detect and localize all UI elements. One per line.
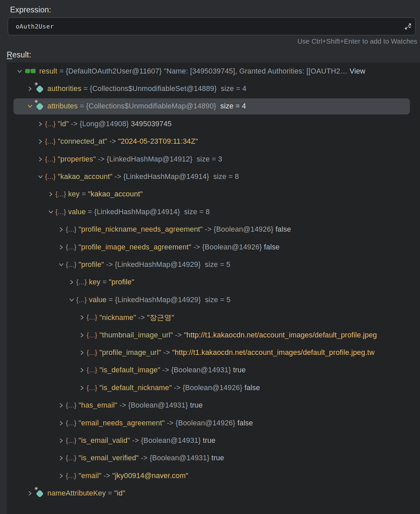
tree-row[interactable]: ✳nameAttributeKey = "id": [7, 484, 420, 502]
chevron-down-icon[interactable]: [26, 102, 34, 110]
tree-row[interactable]: {…}"email_needs_agreement" -> {Boolean@1…: [7, 414, 420, 432]
tree-row-text: value = {LinkedHashMap@14914} size = 8: [68, 208, 210, 216]
tree-row-text: "has_email" -> {Boolean@14931} true: [79, 401, 203, 410]
tree-row[interactable]: ✳authorities = {Collections$Unmodifiable…: [7, 80, 420, 97]
tree-row-text: "is_default_nickname" -> {Boolean@14926}…: [99, 384, 260, 392]
chevron-right-icon[interactable]: [78, 384, 86, 392]
braces-map-entry-icon: {…}: [76, 278, 86, 286]
watches-hint: Use Ctrl+Shift+Enter to add to Watches: [297, 38, 417, 45]
tree-row[interactable]: {…}"nickname" -> "장근영": [7, 309, 420, 326]
tree-row-text: "email_needs_agreement" -> {Boolean@1492…: [79, 419, 253, 427]
chevron-down-icon[interactable]: [57, 261, 65, 269]
chevron-right-icon[interactable]: [57, 226, 65, 234]
braces-map-entry-icon: {…}: [45, 120, 55, 128]
braces-map-entry-icon: {…}: [66, 243, 76, 251]
braces-map-entry-icon: {…}: [87, 384, 97, 392]
tree-row-text: "profile_nickname_needs_agreement" -> {B…: [79, 225, 291, 234]
braces-map-entry-icon: {…}: [66, 454, 76, 462]
tree-row[interactable]: {…}"is_default_nickname" -> {Boolean@149…: [7, 379, 420, 396]
braces-map-entry-icon: {…}: [45, 138, 55, 145]
chevron-down-icon[interactable]: [36, 173, 44, 181]
tree-row-text: attributes = {Collections$UnmodifiableMa…: [47, 102, 246, 110]
teal-tag-field-icon: ✳: [35, 84, 45, 94]
tree-row-text: key = "profile": [89, 278, 134, 286]
tree-row[interactable]: {…}"properties" -> {LinkedHashMap@14912}…: [7, 150, 420, 168]
tree-row-text: result = {DefaultOAuth2User@11607} "Name…: [39, 67, 365, 76]
braces-map-entry-icon: {…}: [66, 261, 76, 269]
chevron-right-icon[interactable]: [26, 85, 34, 93]
tree-row[interactable]: {…}"kakao_account" -> {LinkedHashMap@149…: [7, 168, 420, 185]
chevron-right-icon[interactable]: [47, 190, 55, 198]
chevron-right-icon[interactable]: [78, 314, 86, 322]
chevron-right-icon[interactable]: [36, 138, 44, 146]
chevron-right-icon[interactable]: [57, 436, 65, 445]
tree-row[interactable]: {…}"id" -> {Long@14908} 3495039745: [7, 115, 420, 133]
tree-row[interactable]: {…}"is_email_valid" -> {Boolean@14931} t…: [7, 432, 420, 449]
braces-map-entry-icon: {…}: [45, 173, 55, 181]
tree-row[interactable]: {…}"profile_image_url" -> "http://t1.kak…: [7, 344, 420, 361]
tree-row[interactable]: result = {DefaultOAuth2User@11607} "Name…: [7, 62, 420, 80]
result-label: Result:: [7, 50, 31, 59]
braces-map-entry-icon: {…}: [45, 155, 55, 163]
expression-input[interactable]: [8, 23, 401, 30]
braces-map-entry-icon: {…}: [66, 419, 76, 427]
chevron-right-icon[interactable]: [36, 120, 44, 128]
expand-editor-icon[interactable]: [401, 18, 415, 35]
tree-row[interactable]: {…}key = "kakao_account": [7, 186, 420, 203]
braces-map-entry-icon: {…}: [76, 296, 86, 304]
tree-row-text: "profile_image_needs_agreement" -> {Bool…: [79, 243, 280, 251]
expression-input-box: [8, 17, 416, 35]
chevron-right-icon[interactable]: [78, 348, 86, 357]
braces-map-entry-icon: {…}: [87, 349, 97, 357]
tree-row-text: nameAttributeKey = "id": [47, 489, 125, 498]
chevron-right-icon[interactable]: [78, 366, 86, 374]
tree-row-text: "properties" -> {LinkedHashMap@14912} si…: [58, 155, 222, 163]
tree-row-text: key = "kakao_account": [68, 190, 143, 198]
tree-row[interactable]: {…}"thumbnail_image_url" -> "http://t1.k…: [7, 326, 420, 344]
result-tree: result = {DefaultOAuth2User@11607} "Name…: [7, 62, 420, 514]
tree-row[interactable]: {…}key = "profile": [7, 274, 420, 291]
tree-row-text: "email" -> "jky00914@naver.com": [79, 472, 188, 480]
tree-row-text: "profile" -> {LinkedHashMap@14929} size …: [79, 261, 230, 269]
braces-map-entry-icon: {…}: [66, 226, 76, 233]
tree-row[interactable]: ✳attributes = {Collections$UnmodifiableM…: [7, 98, 420, 115]
tree-row-text: "is_email_verified" -> {Boolean@14931} t…: [79, 454, 224, 462]
tree-row-text: "nickname" -> "장근영": [99, 313, 174, 322]
braces-map-entry-icon: {…}: [66, 402, 76, 409]
tree-row[interactable]: {…}value = {LinkedHashMap@14914} size = …: [7, 203, 420, 221]
tree-row[interactable]: {…}"connected_at" -> "2024-05-23T09:11:3…: [7, 133, 420, 150]
tree-row-text: authorities = {Collections$UnmodifiableS…: [47, 85, 246, 93]
view-link[interactable]: View: [349, 67, 365, 75]
tree-row-text: "id" -> {Long@14908} 3495039745: [58, 120, 172, 128]
braces-map-entry-icon: {…}: [87, 331, 97, 339]
tree-row[interactable]: {…}"is_default_image" -> {Boolean@14931}…: [7, 362, 420, 379]
chevron-right-icon[interactable]: [57, 454, 65, 462]
green-glasses-watch-icon: [24, 67, 37, 75]
tree-row-text: "kakao_account" -> {LinkedHashMap@14914}…: [58, 173, 239, 181]
tree-row[interactable]: {…}"profile_image_needs_agreement" -> {B…: [7, 238, 420, 256]
chevron-down-icon[interactable]: [15, 67, 24, 75]
tree-row[interactable]: {…}value = {LinkedHashMap@14929} size = …: [7, 291, 420, 309]
chevron-right-icon[interactable]: [57, 402, 65, 410]
tree-row-text: "profile_image_url" -> "http://t1.kakaoc…: [99, 348, 375, 357]
braces-map-entry-icon: {…}: [87, 314, 97, 321]
teal-tag-field-icon: ✳: [35, 101, 45, 111]
braces-map-entry-icon: {…}: [55, 190, 65, 198]
chevron-right-icon[interactable]: [67, 278, 76, 286]
tree-row[interactable]: {…}"email" -> "jky00914@naver.com": [7, 467, 420, 484]
chevron-down-icon[interactable]: [47, 208, 55, 216]
chevron-right-icon[interactable]: [26, 489, 34, 498]
expression-label: Expression:: [10, 5, 51, 14]
chevron-right-icon[interactable]: [57, 419, 65, 427]
tree-row[interactable]: {…}"profile_nickname_needs_agreement" ->…: [7, 221, 420, 238]
chevron-down-icon[interactable]: [67, 296, 76, 304]
tree-row[interactable]: {…}"is_email_verified" -> {Boolean@14931…: [7, 450, 420, 467]
tree-row-text: "thumbnail_image_url" -> "http://t1.kaka…: [99, 331, 377, 339]
chevron-right-icon[interactable]: [36, 155, 44, 163]
tree-row[interactable]: {…}"profile" -> {LinkedHashMap@14929} si…: [7, 256, 420, 273]
chevron-right-icon[interactable]: [57, 472, 65, 480]
chevron-right-icon[interactable]: [57, 243, 65, 251]
chevron-right-icon[interactable]: [78, 331, 86, 339]
teal-tag-field-icon: ✳: [35, 488, 45, 499]
tree-row[interactable]: {…}"has_email" -> {Boolean@14931} true: [7, 396, 420, 414]
